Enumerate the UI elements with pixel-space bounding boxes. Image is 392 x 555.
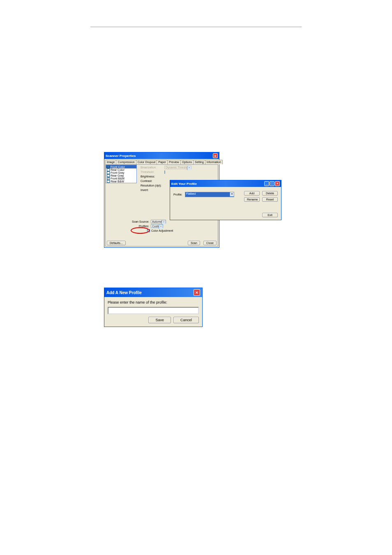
close-icon[interactable]: ×	[275, 181, 280, 186]
defaults-button[interactable]: Defaults...	[107, 241, 126, 245]
tab-options[interactable]: Options	[180, 160, 194, 164]
dialog-body: Please enter the name of the profile: Sa…	[104, 297, 202, 327]
titlebar[interactable]: Scanner Properties ×	[104, 152, 219, 159]
tab-paper[interactable]: Paper	[157, 160, 168, 164]
scan-button[interactable]: Scan	[188, 241, 200, 245]
chevron-down-icon: ▾	[187, 166, 191, 170]
window-title: Scanner Properties	[106, 154, 136, 158]
window-footer: Defaults... Scan Close	[107, 241, 217, 245]
reset-button[interactable]: Reset	[262, 197, 278, 202]
tab-color-dropout[interactable]: Color Dropout	[136, 160, 157, 164]
threshold-value	[164, 170, 165, 174]
titlebar[interactable]: Edit Your Profile _ □ ×	[170, 180, 281, 187]
tab-information[interactable]: Information	[205, 160, 223, 164]
image-sel-front-bw[interactable]: Front B&W	[106, 177, 136, 180]
tab-compression[interactable]: Compression	[116, 160, 136, 164]
cancel-button[interactable]: Cancel	[173, 317, 199, 323]
tab-preview[interactable]: Preview	[167, 160, 181, 164]
document-header-rule	[90, 19, 302, 27]
close-button[interactable]: Close	[203, 241, 217, 245]
resolution-label: Resolution (dpi):	[141, 184, 163, 187]
binarization-select: Dynamic Threshold▾	[164, 166, 191, 169]
image-selection-list[interactable]: Front Color Rear Color Front Gray Rear G…	[106, 165, 137, 183]
dialog-title: Edit Your Profile	[171, 182, 197, 186]
color-adjustment-label: Color Adjustment	[151, 229, 173, 232]
image-sel-rear-bw[interactable]: Rear B&W	[106, 180, 136, 183]
dialog-title: Add A New Profile	[106, 290, 142, 295]
minimize-icon[interactable]: _	[264, 181, 269, 186]
threshold-label: Threshold:	[141, 170, 163, 173]
add-profile-dialog: Add A New Profile × Please enter the nam…	[104, 288, 203, 327]
profile-select[interactable]: Flatbed ▾	[185, 192, 234, 197]
add-button[interactable]: Add	[244, 191, 260, 196]
save-button[interactable]: Save	[148, 317, 171, 323]
scan-source-select[interactable]: Automatic▾	[151, 220, 166, 223]
annotation-circle	[131, 227, 150, 234]
bottom-controls: Scan Source: Automatic▾ Profiles: Custom…	[107, 220, 217, 234]
invert-label: Invert:	[141, 189, 163, 191]
tab-image[interactable]: Image	[105, 160, 116, 164]
edit-profile-dialog: Edit Your Profile _ □ × Profile: Flatbed…	[170, 180, 281, 220]
rename-button[interactable]: Rename	[244, 197, 260, 202]
profiles-select[interactable]: Custom▾	[151, 224, 163, 228]
titlebar[interactable]: Add A New Profile ×	[104, 288, 202, 297]
image-sel-front-color[interactable]: Front Color	[106, 165, 136, 168]
chevron-down-icon[interactable]: ▾	[161, 220, 166, 224]
profile-name-input[interactable]	[108, 307, 199, 314]
dialog-body: Profile: Flatbed ▾ Add Rename Delete Res…	[170, 187, 281, 220]
binarization-label: Binarization:	[141, 166, 163, 169]
image-sel-rear-color[interactable]: Rear Color	[106, 168, 136, 171]
image-sel-rear-gray[interactable]: Rear Gray	[106, 174, 136, 177]
delete-button[interactable]: Delete	[262, 191, 278, 196]
close-icon[interactable]: ×	[213, 153, 218, 158]
contrast-label: Contrast:	[141, 180, 163, 182]
tab-bar: Image Compression Color Dropout Paper Pr…	[104, 159, 219, 164]
image-sel-front-gray[interactable]: Front Gray	[106, 171, 136, 174]
exit-button[interactable]: Exit	[262, 213, 278, 217]
maximize-icon[interactable]: □	[270, 181, 274, 186]
brightness-label: Brightness:	[141, 175, 163, 178]
close-icon[interactable]: ×	[194, 289, 200, 296]
prompt-text: Please enter the name of the profile:	[108, 300, 199, 304]
tab-setting[interactable]: Setting	[193, 160, 205, 164]
chevron-down-icon[interactable]: ▾	[230, 192, 234, 196]
profile-label: Profile:	[173, 193, 182, 196]
scan-source-label: Scan Source:	[131, 220, 151, 223]
chevron-down-icon[interactable]: ▾	[159, 225, 163, 229]
